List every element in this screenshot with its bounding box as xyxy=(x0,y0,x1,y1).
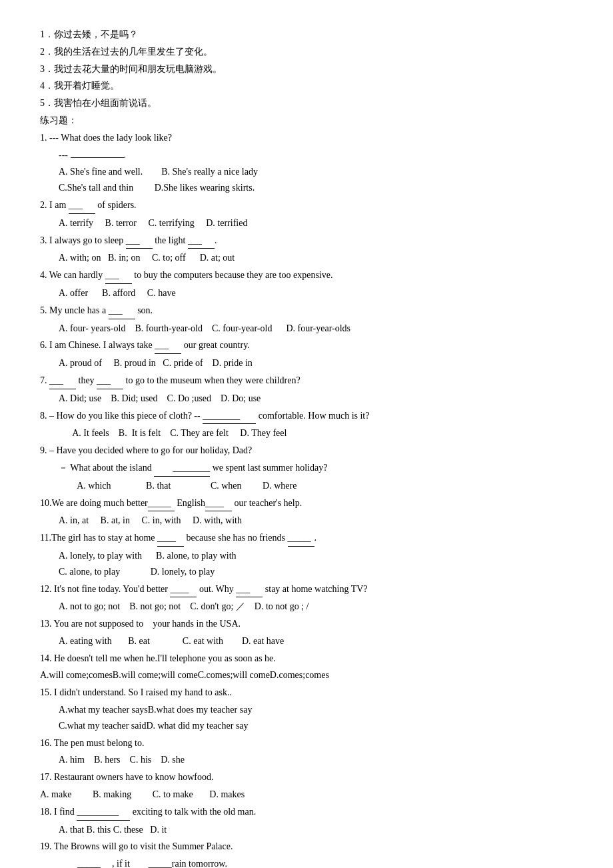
question-9: 9. – Have you decided where to go for ou… xyxy=(40,443,573,493)
sentence-4: 4．我开着灯睡觉。 xyxy=(40,78,573,94)
question-14: 14. He doesn't tell me when he.I'll tele… xyxy=(40,651,573,684)
question-5: 5. My uncle has a ___ son. A. four- year… xyxy=(40,303,573,337)
question-6: 6. I am Chinese. I always take ___ our g… xyxy=(40,337,573,371)
question-10: 10.We are doing much better_____ English… xyxy=(40,495,573,529)
sentences-section: 1．你过去矮，不是吗？ 2．我的生活在过去的几年里发生了变化。 3．我过去花大量… xyxy=(40,27,573,111)
question-8: 8. – How do you like this piece of cloth… xyxy=(40,408,573,442)
sentence-2: 2．我的生活在过去的几年里发生了变化。 xyxy=(40,44,573,60)
question-7: 7. ___ they ___ to go to the museum when… xyxy=(40,373,573,407)
question-16: 16. The pen must belong to. A. him B. he… xyxy=(40,735,573,769)
question-18: 18. I find _________ exciting to talk wi… xyxy=(40,804,573,838)
question-17: 17. Restaurant owners have to know howfo… xyxy=(40,769,573,803)
question-12: 12. It's not fine today. You'd better __… xyxy=(40,581,573,615)
question-3: 3. I always go to sleep ___ the light __… xyxy=(40,233,573,267)
sentence-1: 1．你过去矮，不是吗？ xyxy=(40,27,573,43)
question-4: 4. We can hardly ___ to buy the computer… xyxy=(40,267,573,301)
question-19: 19. The Browns will go to visit the Summ… xyxy=(40,839,573,868)
page-content: 1．你过去矮，不是吗？ 2．我的生活在过去的几年里发生了变化。 3．我过去花大量… xyxy=(40,27,573,868)
question-2: 2. I am ___ of spiders. A. terrify B. te… xyxy=(40,197,573,231)
exercise-label: 练习题： xyxy=(40,113,573,129)
question-11: 11.The girl has to stay at home ____ bec… xyxy=(40,530,573,579)
sentence-5: 5．我害怕在小组面前说话。 xyxy=(40,95,573,111)
question-1: 1. --- What does the lady look like? ---… xyxy=(40,130,573,196)
question-15: 15. I didn't understand. So I raised my … xyxy=(40,685,573,733)
sentence-3: 3．我过去花大量的时间和朋友玩电脑游戏。 xyxy=(40,61,573,77)
question-13: 13. You are not supposed to your hands i… xyxy=(40,616,573,649)
